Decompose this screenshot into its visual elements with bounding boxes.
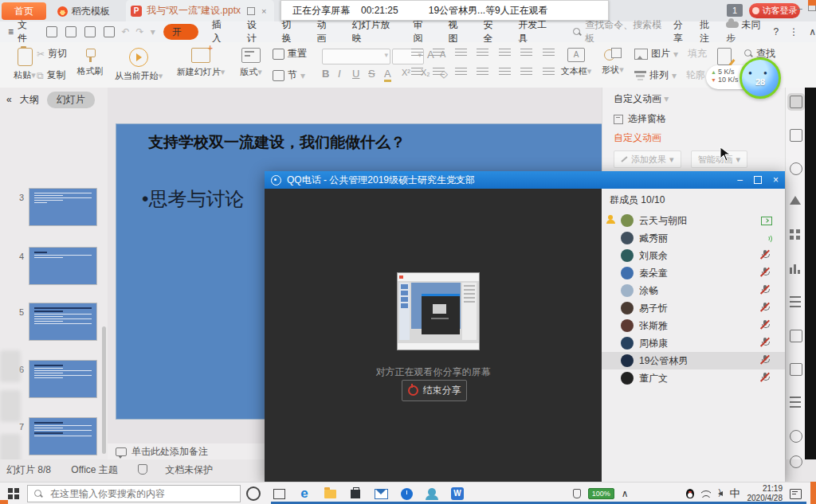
tab-security[interactable]: 安全 [474,18,509,45]
qq-minimize-icon[interactable]: – [737,174,743,186]
distribute-icon[interactable] [499,68,511,77]
protection-status[interactable]: 文档未保护 [138,464,230,475]
command-search[interactable]: 查找命令、搜索模板 [573,18,663,45]
member-row[interactable]: 涂畅 [602,282,785,299]
menu-file[interactable]: ≡ 文件 [0,18,42,45]
align-bottom-icon[interactable] [543,68,555,77]
audio-tool-icon[interactable] [790,430,802,443]
layout-button[interactable]: 版式▾ [233,45,269,84]
slide-thumbnail-4[interactable] [29,247,97,285]
selection-pane-item[interactable]: 选择窗格 [614,112,774,126]
thumbnail-scrollbar[interactable] [102,326,106,454]
align-right-icon[interactable] [455,68,467,77]
tab-devtools[interactable]: 开发工具 [509,18,562,45]
member-row-highlighted[interactable]: 19公管林男 [602,352,785,369]
bold-button[interactable]: B [322,68,329,80]
animation-pane-icon[interactable] [790,96,802,108]
tab-review[interactable]: 审阅 [404,18,439,45]
battery-indicator[interactable]: 100% [588,488,614,499]
export-icon[interactable] [65,26,76,37]
start-button[interactable] [8,488,19,499]
tab-view[interactable]: 视图 [439,18,474,45]
new-slide-button[interactable]: 新建幻灯片▾ [172,45,230,84]
color-scheme-icon[interactable] [790,196,801,205]
sync-status[interactable]: 未同步 [726,18,763,45]
member-row[interactable]: 臧秀丽 [602,229,785,247]
collapse-panel-icon[interactable]: « [6,94,12,105]
reset-button[interactable]: 重置 [273,47,307,61]
taskbar-search-input[interactable] [49,487,219,500]
align-center-icon[interactable] [433,68,445,77]
notes-tool-icon[interactable] [790,397,801,408]
shapes-button[interactable]: 形状▾ [596,45,630,84]
settings-sliders-icon[interactable] [790,296,801,307]
font-color-button[interactable]: A [384,68,391,82]
columns-icon[interactable] [543,49,555,58]
tray-expand-icon[interactable]: ∧ [622,488,629,499]
add-effect-button[interactable]: 添加效果▾ [614,150,681,168]
shapes-tool-icon[interactable] [790,162,802,175]
collapse-ribbon-icon[interactable]: ∧ [809,26,816,37]
qq-maximize-icon[interactable] [754,176,762,184]
help-icon[interactable]: ? [774,26,779,37]
tab-transition[interactable]: 切换 [273,18,308,45]
assistant-ball[interactable]: ● ● 28 [740,57,781,99]
superscript-button[interactable]: X² [402,68,410,77]
align-left-icon[interactable] [411,68,423,77]
strikethrough-button[interactable]: S [368,68,375,80]
align-top-icon[interactable] [520,68,532,77]
slide-thumbnail-6[interactable] [29,360,97,398]
qq-close-icon[interactable]: × [773,174,779,186]
layout-gallery-icon[interactable] [790,229,801,240]
tab-outline[interactable]: 大纲 [20,93,39,107]
microphone-tray-icon[interactable] [653,490,662,498]
member-row[interactable]: 周梯康 [602,334,785,352]
minimize-icon[interactable]: – [797,3,802,14]
member-row[interactable]: 张斯雅 [602,317,785,334]
more-icon[interactable]: ⋮ [789,26,798,37]
tab-start[interactable]: 开始 [163,24,198,40]
increase-indent-icon[interactable] [477,49,488,58]
member-row[interactable]: 刘展余 [602,247,785,264]
member-row[interactable]: 董广文 [602,369,785,387]
action-center-icon[interactable] [790,489,802,499]
tab-restore-icon[interactable] [247,7,255,15]
slide-thumbnail-7[interactable] [29,417,97,455]
numbered-list-icon[interactable] [433,49,445,58]
copy-button[interactable]: ⧉复制 [37,68,67,82]
ime-indicator[interactable]: 中 [730,486,740,501]
member-row[interactable]: 云天与朝阳 [602,212,785,229]
comment-button[interactable]: 批注 [700,18,716,45]
history-tool-icon[interactable] [790,455,802,468]
qq-title-bar[interactable]: QQ电话 - 公共管理2019级硕士研究生党支部 – × [265,171,785,189]
tab-animation[interactable]: 动画 [308,18,343,45]
tab-slides[interactable]: 幻灯片 [47,92,95,108]
window-count-badge[interactable]: 1 [727,4,743,17]
font-name-combo[interactable] [322,49,390,64]
tab-close-icon[interactable]: × [261,6,266,16]
decrease-indent-icon[interactable] [455,49,467,58]
print-preview-icon[interactable] [104,26,115,37]
fill-button[interactable]: 填充 [688,47,707,61]
slide-thumbnail-5[interactable] [29,303,97,341]
italic-button[interactable]: I [338,68,341,80]
tab-design[interactable]: 设计 [238,18,273,45]
taskbar-clock[interactable]: 21:19 2020/4/28 [747,484,783,504]
camera-tray-icon[interactable] [669,490,679,498]
redo-icon[interactable]: ↷ [136,26,144,37]
qq-tray-icon[interactable] [686,489,694,498]
guest-login-button[interactable]: 访客登录 [749,3,800,18]
image-tool-icon[interactable] [790,330,802,342]
theme-name[interactable]: Office 主题 [71,464,117,475]
member-row[interactable]: 易子忻 [602,299,785,317]
format-painter-button[interactable]: 格式刷 [69,45,112,84]
save-icon[interactable] [46,26,57,37]
cortana-button[interactable] [243,483,264,504]
arrange-button[interactable]: 排列 [649,68,669,82]
volume-icon[interactable] [718,491,723,496]
play-from-current-button[interactable]: 从当前开始▾ [110,45,167,84]
underline-button[interactable]: U [352,68,359,80]
justify-icon[interactable] [477,68,488,77]
text-direction-icon[interactable] [520,49,532,58]
export-tool-icon[interactable] [790,363,802,376]
